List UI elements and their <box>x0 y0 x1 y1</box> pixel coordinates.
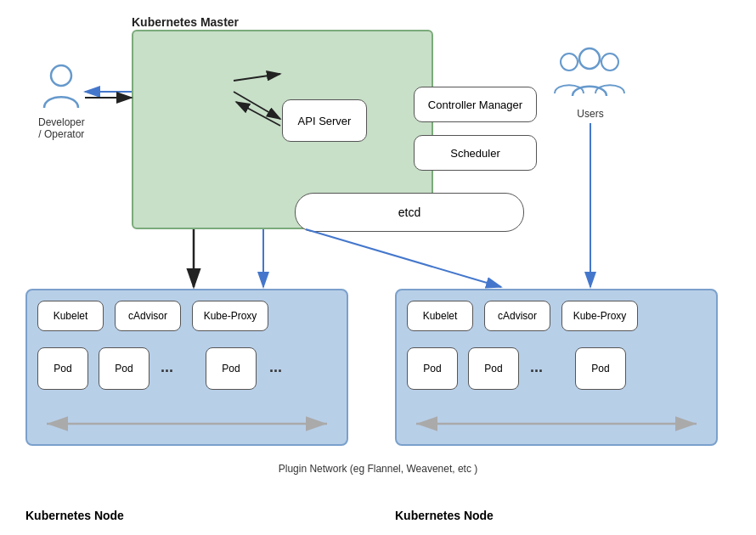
users-svg <box>552 47 629 106</box>
etcd-box: etcd <box>295 193 524 232</box>
svg-point-3 <box>579 48 600 69</box>
node-left-box: Kubelet cAdvisor Kube-Proxy Pod Pod ... … <box>25 289 348 446</box>
dots-right: ... <box>530 358 543 376</box>
pod-left-1: Pod <box>37 347 88 390</box>
dots-left-2: ... <box>269 358 282 376</box>
svg-line-22 <box>306 229 501 287</box>
node-left-label: Kubernetes Node <box>25 509 124 522</box>
scheduler-box: Scheduler <box>414 135 537 171</box>
developer-label: Developer / Operator <box>38 116 85 140</box>
diagram-container: Kubernetes Master API Server Controller … <box>0 0 756 535</box>
node-right-box: Kubelet cAdvisor Kube-Proxy Pod Pod ... … <box>395 289 718 446</box>
developer-svg <box>40 64 82 115</box>
svg-point-0 <box>51 65 71 86</box>
developer-icon: Developer / Operator <box>38 64 85 140</box>
kubeproxy-right: Kube-Proxy <box>561 301 638 331</box>
kubeproxy-left: Kube-Proxy <box>192 301 268 331</box>
svg-point-1 <box>561 54 578 70</box>
pod-left-2: Pod <box>99 347 150 390</box>
svg-point-2 <box>601 54 618 70</box>
master-label: Kubernetes Master <box>132 15 239 29</box>
dots-left: ... <box>161 358 173 376</box>
node-right-label: Kubernetes Node <box>395 509 494 522</box>
arrow-svg-right <box>401 412 712 436</box>
pod-left-3: Pod <box>206 347 257 390</box>
cadvisor-right: cAdvisor <box>484 301 550 331</box>
controller-manager-box: Controller Manager <box>414 87 537 122</box>
users-label: Users <box>577 108 603 120</box>
network-label: Plugin Network (eg Flannel, Weavenet, et… <box>279 463 478 475</box>
pod-right-1: Pod <box>407 347 458 390</box>
node-arrow-left <box>31 412 342 436</box>
master-box: API Server Controller Manager Scheduler … <box>132 30 433 229</box>
cadvisor-left: cAdvisor <box>115 301 181 331</box>
pod-right-3: Pod <box>575 347 626 390</box>
arrow-svg-left <box>31 412 342 436</box>
users-icon: Users <box>552 47 629 120</box>
kubelet-right: Kubelet <box>407 301 473 331</box>
node-arrow-right <box>401 412 712 436</box>
kubelet-left: Kubelet <box>37 301 104 331</box>
pod-right-2: Pod <box>468 347 519 390</box>
api-server-box: API Server <box>282 99 367 142</box>
